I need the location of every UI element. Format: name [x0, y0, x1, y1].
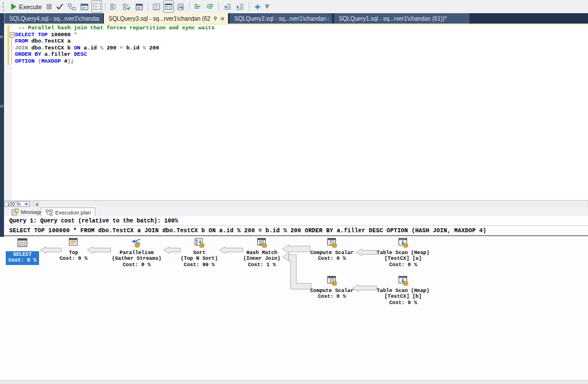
collapsed-panel-tab-fragment[interactable]: R [0, 35, 4, 39]
hscroll-track[interactable] [40, 201, 587, 207]
table-scan-icon [399, 238, 408, 248]
plan-node-cost: Cost: 0 % [366, 262, 440, 268]
execute-label: Execute [19, 3, 42, 10]
client-stats-button[interactable] [134, 1, 145, 13]
document-tab-label: SQLQuery4.sql - sq...rver1\chandan (65))… [9, 16, 99, 22]
actual-plan-icon [93, 3, 100, 10]
collapsed-panel-tab-fragment[interactable]: ol [0, 104, 4, 108]
statement-line[interactable]: SELECT TOP 100000 * FROM dbo.TestCX a JO… [9, 228, 486, 234]
document-tab-4[interactable]: SQLQuery1.sql - sq...rver1\chandan (61))… [334, 13, 470, 24]
chevron-left-icon [36, 203, 38, 206]
sql-editor[interactable]: -- Parallel hash join that forces repart… [4, 25, 588, 200]
pin-icon[interactable] [213, 16, 218, 21]
code-line-3[interactable]: FROM dbo.TestCX a [15, 38, 215, 45]
code-line-4[interactable]: JOIN dbo.TestCX b ON a.id % 200 = b.id %… [15, 45, 215, 52]
plan-node-cost: Cost: 0 % [295, 256, 369, 262]
results-to-file-button[interactable] [175, 1, 186, 13]
code-token: -- Parallel hash join that forces repart… [15, 25, 215, 31]
stats-window-icon [136, 3, 143, 10]
parse-button[interactable] [55, 1, 65, 13]
tab-execution-plan-label: Execution plan [55, 209, 91, 216]
query-options-button[interactable] [79, 1, 90, 13]
zoom-level-value: 100 % [7, 201, 21, 207]
document-tab-3[interactable]: SQLQuery2.sql - sq...rver1\chandan (55))… [230, 13, 332, 24]
code-lines[interactable]: -- Parallel hash join that forces repart… [15, 25, 215, 64]
code-line-5[interactable]: ORDER BY a.filler DESC [15, 51, 215, 58]
fold-guide-line [11, 37, 12, 64]
document-tab-strip: SQLQuery4.sql - sq...rver1\chandan (65))… [0, 13, 588, 24]
plan-node-label: SELECT [9, 252, 37, 258]
overflow-bar [265, 5, 269, 6]
document-tab-label: SQLQuery1.sql - sq...rver1\chandan (61))… [339, 16, 447, 22]
sort-icon [195, 238, 204, 248]
live-query-stats-button[interactable] [121, 1, 133, 13]
code-token: dbo.TestCX b [32, 45, 71, 51]
code-token: TOP [38, 32, 48, 38]
plan-node-compute-scalar-1[interactable]: Compute ScalarCost: 0 % [295, 238, 369, 262]
document-tab-2[interactable]: SQLQuery3.sql - sq...rver1\chandan (62))… [104, 13, 228, 24]
document-tab-1[interactable]: SQLQuery4.sql - sq...rver1\chandan (65))… [5, 13, 103, 24]
plan-canvas[interactable]: SELECTCost: 0 %TopCost: 0 %Parallelism(G… [0, 237, 588, 380]
main-toolbar: Execute [0, 0, 588, 13]
comment-lines-icon [194, 3, 202, 10]
plan-tree-icon [68, 3, 76, 10]
analyze-query-button[interactable] [109, 1, 120, 13]
code-line-6[interactable]: OPTION (MAXDOP 4); [15, 58, 215, 65]
increase-indent-button[interactable] [234, 1, 246, 13]
plan-node-table-scan-b[interactable]: Table Scan (Heap)[TestCX] [b]Cost: 0 % [366, 276, 440, 306]
toolbar-separator [148, 2, 148, 11]
code-line-2[interactable]: SELECT TOP 100000 * [15, 32, 215, 39]
plan-node-hash-match[interactable]: Hash Match(Inner Join)Cost: 1 % [225, 238, 299, 268]
toolbar-separator [105, 2, 106, 11]
tab-execution-plan[interactable]: Execution plan [41, 208, 95, 217]
plan-node-label: [TestCX] [a] [366, 256, 440, 262]
close-icon[interactable] [220, 17, 225, 21]
comment-button[interactable] [192, 1, 203, 13]
toolbar-separator [189, 2, 189, 11]
toolbar-overflow-button[interactable] [265, 5, 269, 9]
code-token: FROM [15, 38, 28, 44]
plan-node-label: (Inner Join) [225, 256, 299, 262]
code-token: a.filler [44, 51, 71, 57]
tree-check-icon [123, 3, 131, 10]
decrease-indent-button[interactable] [222, 1, 233, 13]
plan-node-label: [TestCX] [b] [366, 294, 440, 299]
zoom-combo-arrow[interactable] [24, 202, 29, 206]
results-to-grid-toggle[interactable] [163, 1, 174, 13]
plan-node-cost: Cost: 1 % [225, 262, 299, 268]
plan-node-label: Hash Match [225, 250, 299, 256]
plan-node-table-scan-a[interactable]: Table Scan (Heap)[TestCX] [a]Cost: 0 % [366, 238, 440, 268]
toolbar-grip[interactable] [2, 2, 6, 11]
results-grid-icon [165, 3, 172, 10]
hash-match-icon [257, 238, 267, 248]
code-token: 200 [149, 45, 159, 51]
estimated-plan-button[interactable] [66, 1, 78, 13]
code-token: b.id [126, 45, 140, 51]
stop-button[interactable] [45, 1, 53, 13]
results-file-icon [177, 3, 184, 10]
include-actual-plan-toggle[interactable] [91, 1, 102, 13]
intellisense-button[interactable] [252, 1, 263, 13]
hscroll-left-button[interactable] [34, 202, 39, 207]
change-tracking-bar [7, 25, 9, 65]
code-token: JOIN [15, 45, 28, 51]
outdent-icon [223, 3, 231, 10]
result-grid-icon [17, 238, 28, 248]
plan-node-cost: Cost: 0 % [366, 300, 440, 306]
code-line-1[interactable]: -- Parallel hash join that forces repart… [15, 25, 215, 32]
execute-button[interactable]: Execute [9, 3, 44, 10]
top-icon [69, 238, 78, 247]
chevron-down-icon [265, 6, 269, 9]
code-token: a.id [84, 45, 97, 51]
code-token: * [74, 32, 78, 38]
parallelism-icon [131, 238, 143, 248]
toolbar-separator [249, 2, 249, 11]
results-to-text-button[interactable] [151, 1, 162, 13]
plan-node-label: Compute Scalar [295, 288, 369, 294]
zoom-level-combo[interactable]: 100 % [5, 201, 30, 207]
play-icon [11, 3, 17, 10]
uncomment-button[interactable] [204, 1, 215, 13]
plan-node-compute-scalar-2[interactable]: Compute ScalarCost: 0 % [295, 276, 369, 300]
fold-collapse-icon[interactable] [10, 32, 15, 37]
query-window-icon [80, 3, 88, 10]
